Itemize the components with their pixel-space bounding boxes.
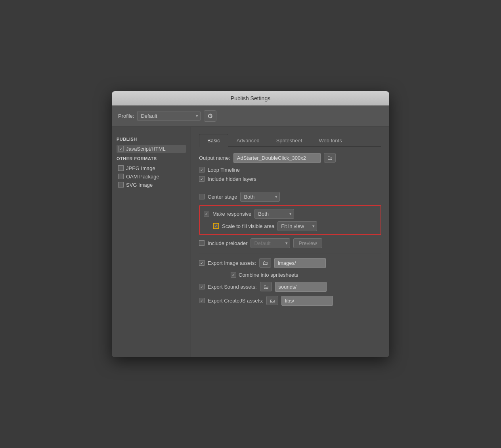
gear-button[interactable]: ⚙ [204,110,216,122]
oam-checkbox[interactable] [118,174,124,179]
output-name-row: Output name: 🗂 [199,153,381,163]
other-formats-title: OTHER FORMATS [117,156,186,161]
export-image-row: Export Image assets: 🗂 [199,258,381,268]
preview-label: Preview [298,240,317,246]
responsive-section: Make responsive Both Scale to fill visib… [199,205,381,235]
tab-basic[interactable]: Basic [199,134,228,147]
center-stage-select[interactable]: Both [240,192,280,202]
tabs-bar: Basic Advanced Spritesheet Web fonts [199,134,381,147]
export-sound-checkbox[interactable] [199,284,205,289]
dialog-title: Publish Settings [231,95,270,101]
export-image-input[interactable] [274,258,326,268]
preloader-select-wrapper: Default [250,238,290,248]
scale-fill-row: Scale to fill visible area Fit in view [204,221,377,231]
export-createjs-input[interactable] [281,296,333,306]
scale-fill-select-wrapper: Fit in view [277,221,317,231]
export-sound-input[interactable] [275,282,327,292]
gear-icon: ⚙ [207,113,213,119]
include-hidden-checkbox[interactable] [199,176,205,182]
combine-label: Combine into spritesheets [239,272,298,278]
profile-label: Profile: [118,113,134,119]
make-responsive-checkbox[interactable] [204,211,209,216]
include-preloader-checkbox[interactable] [199,240,205,246]
combine-checkbox[interactable] [231,272,236,278]
combine-row: Combine into spritesheets [199,272,381,278]
content-area: Basic Advanced Spritesheet Web fonts Out… [191,127,389,357]
jshtml-checkbox[interactable] [118,146,124,151]
tab-webfonts[interactable]: Web fonts [310,134,350,147]
sidebar: PUBLISH JavaScript/HTML OTHER FORMATS JP… [112,127,191,357]
export-sound-label: Export Sound assets: [208,284,257,290]
sidebar-item-oam[interactable]: OAM Package [117,172,186,181]
publish-settings-dialog: Publish Settings Profile: Default ⚙ PUBL… [112,91,389,357]
center-stage-select-wrapper: Both [240,192,280,202]
export-createjs-row: Export CreateJS assets: 🗂 [199,296,381,306]
image-folder-icon: 🗂 [262,260,268,266]
publish-section-title: PUBLISH [117,137,186,142]
tab-advanced[interactable]: Advanced [228,134,268,147]
svg-checkbox[interactable] [118,182,124,188]
jpeg-label: JPEG Image [126,165,155,171]
oam-label: OAM Package [126,174,159,180]
divider-1 [199,187,381,187]
profile-select-wrapper: Default [137,111,201,121]
image-folder-button[interactable]: 🗂 [259,258,271,268]
center-stage-row: Center stage Both [199,192,381,202]
sidebar-item-svg[interactable]: SVG Image [117,181,186,189]
tab-spritesheet[interactable]: Spritesheet [268,134,311,147]
output-folder-button[interactable]: 🗂 [324,153,336,163]
createjs-folder-button[interactable]: 🗂 [266,296,278,305]
make-responsive-row: Make responsive Both [204,209,377,219]
profile-select[interactable]: Default [137,111,201,121]
make-responsive-label: Make responsive [212,211,251,217]
main-content: PUBLISH JavaScript/HTML OTHER FORMATS JP… [112,127,389,357]
include-preloader-row: Include preloader Default Preview [199,238,381,248]
svg-label: SVG Image [126,182,153,188]
preview-button[interactable]: Preview [293,238,322,248]
preloader-select[interactable]: Default [250,238,290,248]
scale-fill-checkbox[interactable] [213,223,219,229]
include-preloader-label: Include preloader [208,240,247,246]
output-name-input[interactable] [233,153,321,163]
sidebar-item-jpeg[interactable]: JPEG Image [117,164,186,172]
output-name-label: Output name: [199,155,230,161]
title-bar: Publish Settings [112,91,389,105]
sound-folder-button[interactable]: 🗂 [260,282,272,291]
scale-fill-label: Scale to fill visible area [222,223,274,229]
include-hidden-row: Include hidden layers [199,176,381,182]
createjs-folder-icon: 🗂 [270,297,275,304]
include-hidden-label: Include hidden layers [208,176,256,182]
toolbar: Profile: Default ⚙ [112,105,389,127]
center-stage-checkbox[interactable] [199,194,205,199]
export-sound-row: Export Sound assets: 🗂 [199,282,381,292]
export-createjs-checkbox[interactable] [199,298,205,303]
folder-icon: 🗂 [327,155,333,161]
export-createjs-label: Export CreateJS assets: [208,298,263,304]
sound-folder-icon: 🗂 [263,283,269,290]
center-stage-label: Center stage [208,194,237,200]
loop-timeline-label: Loop Timeline [208,167,240,173]
scale-fill-select[interactable]: Fit in view [277,221,317,231]
loop-timeline-checkbox[interactable] [199,167,205,172]
sidebar-item-jshtml[interactable]: JavaScript/HTML [117,145,186,153]
jshtml-label: JavaScript/HTML [126,146,166,152]
divider-2 [199,253,381,253]
make-responsive-select[interactable]: Both [254,209,294,219]
export-image-checkbox[interactable] [199,260,205,266]
jpeg-checkbox[interactable] [118,165,124,171]
export-image-label: Export Image assets: [208,260,256,266]
loop-timeline-row: Loop Timeline [199,167,381,173]
make-responsive-select-wrapper: Both [254,209,294,219]
